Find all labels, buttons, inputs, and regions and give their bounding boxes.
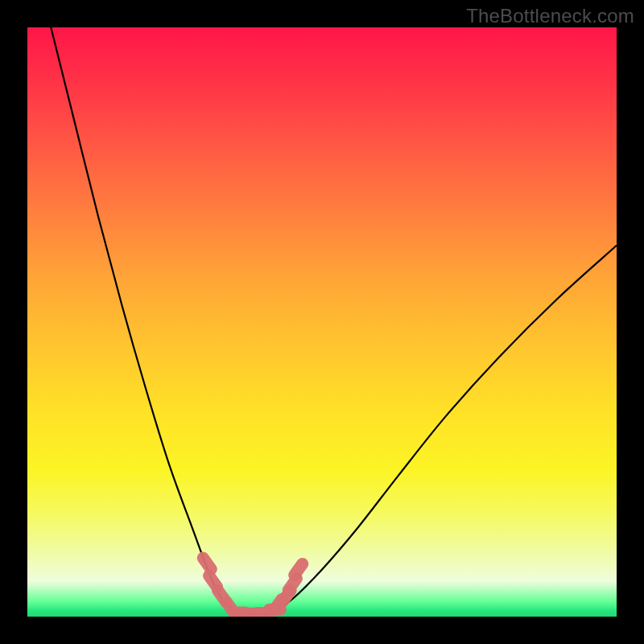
chart-frame: TheBottleneck.com: [0, 0, 644, 644]
bottleneck-curve: [51, 27, 617, 614]
valley-marker: [203, 558, 211, 569]
valley-marker: [274, 599, 282, 610]
watermark-text: TheBottleneck.com: [466, 5, 634, 27]
curve-lines: [51, 27, 617, 614]
valley-marker: [295, 564, 303, 575]
plot-area: [27, 27, 617, 617]
valley-markers: [203, 558, 302, 613]
chart-svg: [27, 27, 617, 617]
